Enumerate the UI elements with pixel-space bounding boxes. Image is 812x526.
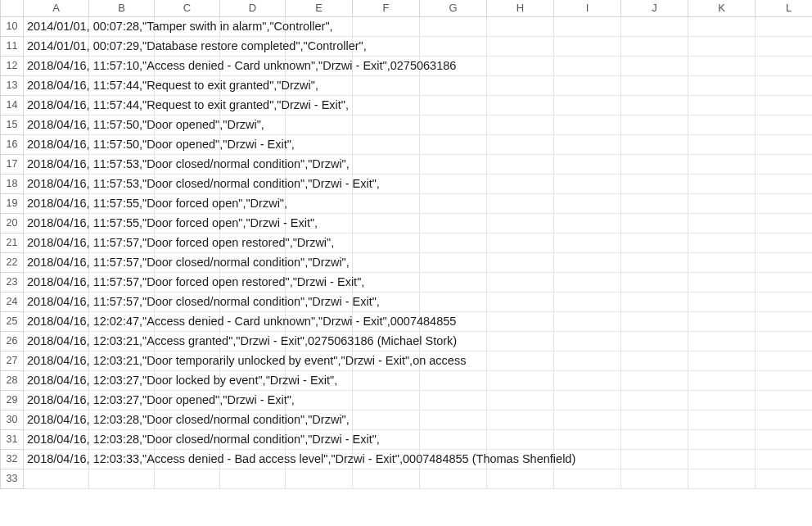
cell-K[interactable]	[688, 36, 756, 56]
column-header-I[interactable]: I	[554, 0, 621, 16]
cell-B[interactable]	[89, 213, 155, 233]
cell-I[interactable]	[554, 174, 621, 193]
cell-J[interactable]	[621, 292, 688, 311]
row-header[interactable]: 19	[1, 193, 24, 213]
cell-E[interactable]	[286, 292, 353, 311]
row-header[interactable]: 20	[1, 213, 24, 233]
row-header[interactable]: 22	[1, 252, 24, 272]
column-header-H[interactable]: H	[487, 0, 554, 16]
cell-G[interactable]	[420, 331, 487, 351]
cell-H[interactable]	[487, 292, 554, 311]
cell-D[interactable]	[220, 469, 286, 488]
cell-J[interactable]	[621, 429, 688, 449]
cell-J[interactable]	[621, 213, 688, 233]
cell-D[interactable]	[220, 252, 286, 272]
cell-J[interactable]	[621, 233, 688, 252]
cell-C[interactable]	[155, 193, 220, 213]
cell-D[interactable]	[220, 115, 286, 134]
cell-H[interactable]	[487, 410, 554, 429]
cell-K[interactable]	[688, 351, 756, 370]
cell-D[interactable]	[220, 410, 286, 429]
cell-E[interactable]	[286, 154, 353, 174]
cell-G[interactable]	[420, 193, 487, 213]
cell-J[interactable]	[621, 252, 688, 272]
cell-H[interactable]	[487, 252, 554, 272]
cell-L[interactable]	[756, 56, 813, 75]
cell-E[interactable]	[286, 390, 353, 410]
cell-K[interactable]	[688, 75, 756, 95]
cell-E[interactable]	[286, 252, 353, 272]
cell-E[interactable]	[286, 311, 353, 331]
cell-H[interactable]	[487, 331, 554, 351]
cell-A[interactable]: 2018/04/16, 12:03:27,"Door locked by eve…	[24, 370, 89, 390]
cell-L[interactable]	[756, 390, 813, 410]
cell-K[interactable]	[688, 410, 756, 429]
cell-C[interactable]	[155, 154, 220, 174]
cell-F[interactable]	[353, 75, 420, 95]
row-header[interactable]: 33	[1, 469, 24, 488]
cell-C[interactable]	[155, 174, 220, 193]
row-header[interactable]: 23	[1, 272, 24, 292]
cell-B[interactable]	[89, 469, 155, 488]
cell-B[interactable]	[89, 233, 155, 252]
cell-J[interactable]	[621, 469, 688, 488]
cell-F[interactable]	[353, 193, 420, 213]
cell-C[interactable]	[155, 75, 220, 95]
cell-L[interactable]	[756, 429, 813, 449]
cell-D[interactable]	[220, 134, 286, 154]
cell-I[interactable]	[554, 351, 621, 370]
cell-J[interactable]	[621, 272, 688, 292]
cell-A[interactable]: 2018/04/16, 11:57:57,"Door closed/normal…	[24, 252, 89, 272]
cell-K[interactable]	[688, 469, 756, 488]
cell-A[interactable]: 2018/04/16, 12:03:21,"Access granted","D…	[24, 331, 89, 351]
cell-E[interactable]	[286, 449, 353, 469]
cell-L[interactable]	[756, 16, 813, 36]
row-header[interactable]: 24	[1, 292, 24, 311]
cell-A[interactable]	[24, 469, 89, 488]
cell-K[interactable]	[688, 193, 756, 213]
cell-F[interactable]	[353, 134, 420, 154]
cell-E[interactable]	[286, 75, 353, 95]
cell-F[interactable]	[353, 390, 420, 410]
cell-G[interactable]	[420, 429, 487, 449]
row-header[interactable]: 32	[1, 449, 24, 469]
cell-A[interactable]: 2018/04/16, 11:57:55,"Door forced open",…	[24, 213, 89, 233]
cell-L[interactable]	[756, 331, 813, 351]
row-header[interactable]: 18	[1, 174, 24, 193]
cell-G[interactable]	[420, 16, 487, 36]
cell-C[interactable]	[155, 390, 220, 410]
cell-D[interactable]	[220, 351, 286, 370]
cell-B[interactable]	[89, 154, 155, 174]
cell-K[interactable]	[688, 272, 756, 292]
cell-E[interactable]	[286, 56, 353, 75]
cell-L[interactable]	[756, 370, 813, 390]
cell-D[interactable]	[220, 370, 286, 390]
cell-J[interactable]	[621, 56, 688, 75]
cell-H[interactable]	[487, 154, 554, 174]
cell-J[interactable]	[621, 370, 688, 390]
column-header-A[interactable]: A	[24, 0, 89, 16]
cell-C[interactable]	[155, 16, 220, 36]
cell-A[interactable]: 2018/04/16, 12:02:47,"Access denied - Ca…	[24, 311, 89, 331]
cell-E[interactable]	[286, 36, 353, 56]
cell-H[interactable]	[487, 390, 554, 410]
cell-L[interactable]	[756, 469, 813, 488]
cell-L[interactable]	[756, 36, 813, 56]
cell-G[interactable]	[420, 252, 487, 272]
cell-G[interactable]	[420, 370, 487, 390]
cell-H[interactable]	[487, 213, 554, 233]
cell-J[interactable]	[621, 154, 688, 174]
cell-C[interactable]	[155, 233, 220, 252]
cell-K[interactable]	[688, 390, 756, 410]
cell-B[interactable]	[89, 351, 155, 370]
cell-F[interactable]	[353, 272, 420, 292]
cell-B[interactable]	[89, 331, 155, 351]
cell-C[interactable]	[155, 213, 220, 233]
cell-J[interactable]	[621, 449, 688, 469]
cell-E[interactable]	[286, 95, 353, 115]
cell-B[interactable]	[89, 115, 155, 134]
cell-C[interactable]	[155, 252, 220, 272]
cell-A[interactable]: 2018/04/16, 11:57:55,"Door forced open",…	[24, 193, 89, 213]
cell-B[interactable]	[89, 174, 155, 193]
cell-C[interactable]	[155, 370, 220, 390]
